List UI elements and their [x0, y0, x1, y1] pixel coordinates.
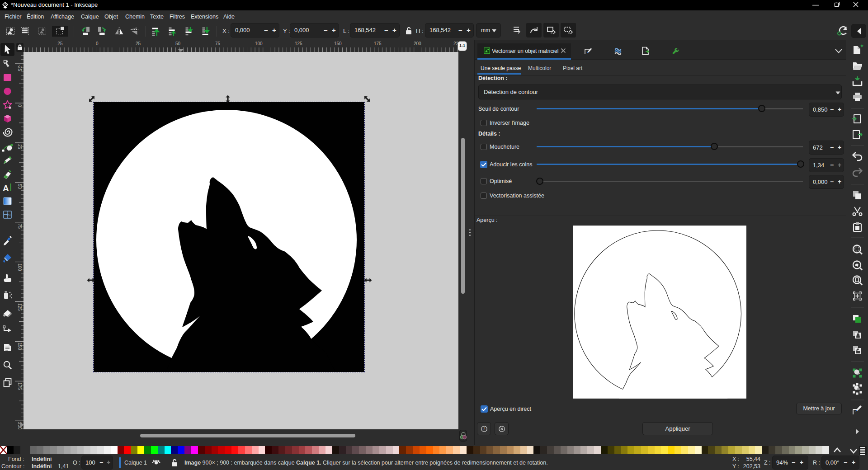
svg-text:25: 25	[136, 41, 141, 46]
svg-text:-25: -25	[17, 65, 22, 71]
svg-text:i: i	[483, 427, 485, 431]
svg-text:100: 100	[255, 41, 263, 46]
svg-text:150: 150	[334, 41, 342, 46]
svg-text:-25: -25	[56, 41, 63, 46]
svg-text:25: 25	[17, 144, 22, 150]
svg-text:0: 0	[96, 41, 99, 46]
svg-text:50: 50	[17, 184, 22, 189]
svg-text:100: 100	[17, 263, 22, 271]
svg-text:75: 75	[17, 224, 22, 229]
svg-text:125: 125	[17, 303, 22, 311]
svg-text:A: A	[3, 183, 9, 193]
svg-text:175: 175	[374, 41, 382, 46]
svg-text:200: 200	[414, 41, 421, 46]
svg-text:125: 125	[295, 41, 302, 46]
svg-text:150: 150	[17, 343, 22, 350]
svg-text:50: 50	[175, 41, 181, 46]
svg-text:0: 0	[17, 104, 22, 107]
svg-text:75: 75	[215, 41, 221, 46]
svg-text:175: 175	[17, 382, 22, 390]
